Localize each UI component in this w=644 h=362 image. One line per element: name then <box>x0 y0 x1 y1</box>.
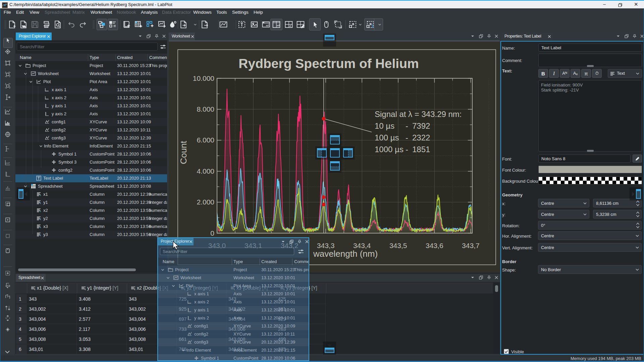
svg-text:0: 0 <box>210 229 214 237</box>
svg-text:wavelength (nm): wavelength (nm) <box>313 249 378 259</box>
svg-text:Signal at λ = 343.29 nm:: Signal at λ = 343.29 nm: <box>375 110 462 119</box>
svg-text:100 µs: 100 µs <box>375 133 399 142</box>
svg-text:2.000: 2.000 <box>197 198 214 206</box>
svg-text:-: - <box>406 133 408 142</box>
svg-text:1851: 1851 <box>412 145 430 154</box>
svg-text:Rydberg Spectrum of Helium: Rydberg Spectrum of Helium <box>238 56 419 71</box>
svg-text:343,6: 343,6 <box>426 242 443 249</box>
svg-text:343,5: 343,5 <box>389 242 407 249</box>
svg-text:8.000: 8.000 <box>197 105 214 113</box>
svg-text:4.000: 4.000 <box>197 167 214 175</box>
svg-text:10 µs: 10 µs <box>375 121 394 130</box>
svg-text:343,7: 343,7 <box>462 242 480 249</box>
svg-text:6.000: 6.000 <box>197 136 214 144</box>
svg-text:1000 µs: 1000 µs <box>375 145 404 154</box>
svg-text:10.000: 10.000 <box>193 74 214 82</box>
svg-text:343,3: 343,3 <box>317 242 335 249</box>
svg-text:2322: 2322 <box>412 133 430 142</box>
svg-text:Count: Count <box>178 141 189 164</box>
svg-text:-: - <box>406 145 408 154</box>
svg-text:7392: 7392 <box>412 121 430 130</box>
svg-text:343,4: 343,4 <box>353 242 371 249</box>
svg-text:-: - <box>406 121 408 130</box>
